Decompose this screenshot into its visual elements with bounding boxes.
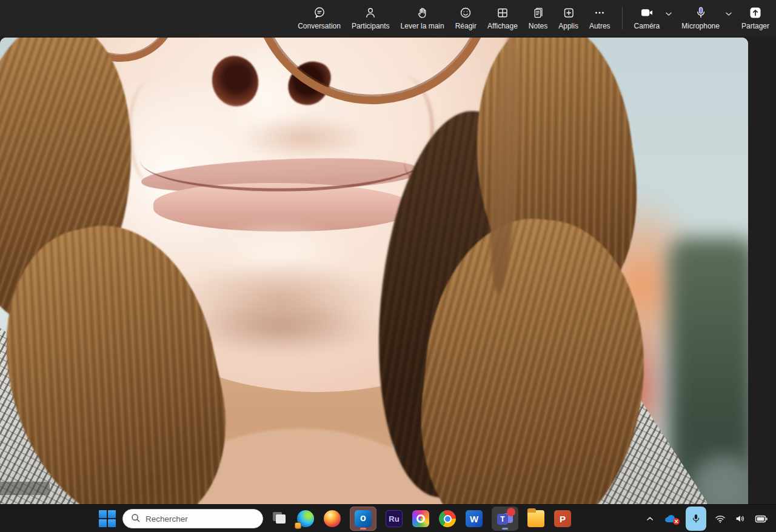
toolbar-button-more[interactable]: Autres bbox=[584, 0, 616, 36]
teams-icon: T bbox=[497, 510, 513, 527]
word-icon: W bbox=[466, 510, 483, 527]
toolbar-button-label: Affichage bbox=[487, 22, 518, 30]
toolbar-button-react[interactable]: Réagir bbox=[450, 0, 482, 36]
meeting-stage bbox=[0, 36, 776, 504]
toolbar-button-participants[interactable]: Participants bbox=[346, 0, 395, 36]
toolbar-button-view[interactable]: Affichage bbox=[482, 0, 523, 36]
person-icon bbox=[364, 5, 377, 20]
taskbar-icon-edge[interactable] bbox=[296, 510, 315, 528]
microphone-on-icon bbox=[694, 5, 708, 20]
pinned-apps: o Ru W bbox=[296, 505, 572, 532]
toolbar-divider bbox=[622, 7, 623, 30]
device-controls: Caméra Microphone bbox=[629, 0, 776, 36]
volume-tray-button[interactable] bbox=[734, 513, 746, 525]
add-app-icon bbox=[562, 5, 575, 20]
taskbar-search[interactable] bbox=[122, 509, 263, 528]
toolbar-button-label: Réagir bbox=[455, 22, 477, 30]
taskbar-icon-chrome[interactable] bbox=[438, 510, 457, 528]
file-explorer-icon bbox=[527, 510, 544, 527]
taskbar-icon-premiere-rush[interactable]: Ru bbox=[385, 510, 403, 528]
toolbar-button-label: Notes bbox=[529, 22, 547, 30]
toolbar-button-label: Lever la main bbox=[401, 22, 444, 30]
system-tray bbox=[644, 505, 776, 532]
onedrive-error-badge bbox=[673, 518, 680, 525]
taskbar-icon-teams[interactable]: T bbox=[492, 507, 518, 531]
microphone-toggle-button[interactable]: Microphone bbox=[676, 3, 725, 34]
share-screen-icon bbox=[748, 5, 763, 20]
chat-bubble-icon bbox=[313, 5, 326, 20]
chrome-icon bbox=[439, 510, 456, 527]
search-input[interactable] bbox=[146, 514, 242, 524]
teams-running-indicator bbox=[502, 528, 508, 530]
taskbar-icon-file-explorer[interactable] bbox=[527, 510, 545, 528]
adobe-creative-cloud-icon bbox=[412, 510, 429, 527]
taskbar-icon-powerpoint[interactable]: P bbox=[554, 510, 572, 528]
camera-on-icon bbox=[640, 5, 654, 20]
start-button[interactable] bbox=[98, 510, 116, 528]
toolbar-button-label: Autres bbox=[589, 22, 610, 30]
onedrive-tray-button[interactable] bbox=[663, 513, 678, 525]
toolbar-button-label: Participants bbox=[352, 22, 390, 30]
windows-logo-icon bbox=[99, 510, 107, 518]
microphone-in-use-indicator[interactable] bbox=[686, 507, 706, 531]
outlook-running-indicator bbox=[360, 528, 366, 530]
firefox-icon bbox=[324, 510, 341, 527]
hidden-icons-button[interactable] bbox=[644, 513, 655, 524]
camera-options-chevron[interactable] bbox=[663, 8, 675, 20]
windows-taskbar: o Ru W bbox=[0, 504, 776, 532]
toolbar-button-raise-hand[interactable]: Lever la main bbox=[395, 0, 450, 36]
toolbar-spacer bbox=[0, 0, 292, 36]
battery-tray-button[interactable] bbox=[754, 513, 769, 525]
premiere-rush-icon: Ru bbox=[386, 510, 403, 527]
toolbar-button-conversation[interactable]: Conversation bbox=[292, 0, 346, 36]
outlook-icon: o bbox=[355, 510, 372, 527]
toolbar-button-apps[interactable]: Applis bbox=[553, 0, 584, 36]
camera-toggle-button[interactable]: Caméra bbox=[629, 3, 666, 34]
share-label: Partager bbox=[741, 22, 769, 30]
view-grid-icon bbox=[496, 5, 509, 20]
toolbar-button-notes[interactable]: Notes bbox=[523, 0, 553, 36]
microphone-options-chevron[interactable] bbox=[723, 8, 735, 20]
participant-name-label bbox=[0, 482, 50, 495]
toolbar-button-label: Conversation bbox=[298, 22, 341, 30]
microphone-label: Microphone bbox=[681, 22, 720, 30]
meeting-toolbar: Conversation Participants Lever la main bbox=[0, 0, 776, 36]
desktop-screen: Conversation Participants Lever la main bbox=[0, 0, 776, 532]
notes-document-icon bbox=[532, 5, 545, 20]
edge-update-badge bbox=[295, 522, 301, 529]
search-icon bbox=[130, 513, 141, 525]
share-screen-button[interactable]: Partager bbox=[736, 3, 775, 34]
taskbar-icon-word[interactable]: W bbox=[465, 510, 483, 528]
taskbar-icon-firefox[interactable] bbox=[323, 510, 341, 528]
webcam-video-tile[interactable] bbox=[0, 38, 748, 504]
camera-label: Caméra bbox=[634, 22, 660, 30]
wifi-tray-button[interactable] bbox=[714, 513, 726, 525]
taskbar-icon-creative-cloud[interactable] bbox=[412, 510, 430, 528]
teams-notification-badge bbox=[507, 508, 515, 516]
powerpoint-icon: P bbox=[554, 510, 571, 527]
raised-hand-icon bbox=[416, 5, 429, 20]
ellipsis-icon bbox=[593, 5, 606, 20]
smiley-icon bbox=[459, 5, 472, 20]
taskbar-icon-outlook[interactable]: o bbox=[350, 507, 376, 531]
toolbar-button-label: Applis bbox=[558, 22, 578, 30]
task-view-button[interactable] bbox=[271, 510, 288, 527]
